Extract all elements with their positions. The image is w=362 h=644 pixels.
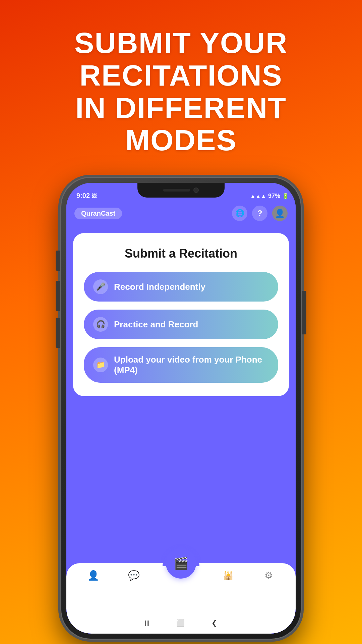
- nav-profile[interactable]: 👤: [80, 570, 107, 581]
- headline-line1: SUBMIT YOUR RECITATIONS: [20, 27, 342, 92]
- settings-icon: ⚙: [264, 570, 273, 581]
- recents-button[interactable]: |||: [145, 620, 149, 627]
- upload-file-icon: 📁: [93, 358, 108, 372]
- phone-screen: 9:02 🖼 ▲▲▲ 97% 🔋 QuranCast 🌐 ?: [66, 183, 296, 634]
- android-nav-bar: ||| ⬜ ❮: [66, 619, 296, 627]
- signal-icon: ▲▲▲: [250, 193, 266, 199]
- phone-notch: [137, 183, 225, 198]
- status-photo-icon: 🖼: [92, 193, 97, 199]
- help-icon: ?: [257, 209, 262, 218]
- nav-messages[interactable]: 💬: [120, 570, 147, 581]
- notch-camera: [193, 187, 199, 193]
- card-title: Submit a Recitation: [84, 247, 278, 261]
- globe-icon-btn[interactable]: 🌐: [232, 206, 247, 221]
- headphones-icon: 🎧: [93, 317, 108, 332]
- camera-icon: 🎬: [174, 556, 189, 571]
- record-fab-button[interactable]: 🎬: [166, 548, 196, 579]
- phone-btn-vol-down: [56, 318, 60, 348]
- notch-speaker: [163, 189, 190, 192]
- home-button[interactable]: ⬜: [176, 619, 185, 627]
- phone-btn-power: [302, 291, 306, 334]
- nav-settings[interactable]: ⚙: [255, 570, 282, 581]
- upload-video-label: Upload your video from your Phone (MP4): [114, 355, 269, 375]
- status-time: 9:02 🖼: [76, 192, 97, 200]
- profile-icon: 👤: [87, 570, 99, 581]
- phone-btn-vol-up: [56, 281, 60, 311]
- messages-icon: 💬: [128, 570, 140, 581]
- status-right: ▲▲▲ 97% 🔋: [250, 193, 289, 200]
- practice-and-record-label: Practice and Record: [114, 319, 198, 330]
- fab-container: 🎬: [166, 548, 196, 579]
- headline-line2: IN DIFFERENT MODES: [20, 92, 342, 157]
- battery-icon: 🔋: [282, 193, 289, 199]
- headline: SUBMIT YOUR RECITATIONS IN DIFFERENT MOD…: [0, 0, 362, 157]
- phone-shell: 9:02 🖼 ▲▲▲ 97% 🔋 QuranCast 🌐 ?: [60, 177, 302, 640]
- help-icon-btn[interactable]: ?: [252, 206, 267, 221]
- avatar-icon: 👤: [275, 209, 285, 218]
- battery-text: 97%: [268, 193, 280, 200]
- record-independently-label: Record Independently: [114, 282, 205, 292]
- nav-quran[interactable]: 🕌: [215, 571, 242, 580]
- app-header: QuranCast 🌐 ? 👤: [66, 202, 296, 225]
- screen-content: Submit a Recitation 🎤 Record Independent…: [66, 225, 296, 634]
- phone-btn-mute: [56, 251, 60, 271]
- globe-icon: 🌐: [235, 209, 244, 218]
- upload-video-button[interactable]: 📁 Upload your video from your Phone (MP4…: [84, 347, 278, 383]
- submit-card: Submit a Recitation 🎤 Record Independent…: [73, 233, 289, 396]
- header-icons: 🌐 ? 👤: [232, 206, 288, 221]
- phone-mockup: 9:02 🖼 ▲▲▲ 97% 🔋 QuranCast 🌐 ?: [60, 177, 302, 640]
- record-independently-button[interactable]: 🎤 Record Independently: [84, 272, 278, 302]
- brand-pill: QuranCast: [74, 208, 122, 219]
- microphone-icon: 🎤: [93, 279, 108, 294]
- bottom-area: 🎬 👤 💬 🕌: [66, 563, 296, 634]
- quran-icon: 🕌: [223, 571, 233, 580]
- back-button[interactable]: ❮: [212, 619, 217, 627]
- avatar[interactable]: 👤: [272, 206, 288, 221]
- practice-and-record-button[interactable]: 🎧 Practice and Record: [84, 310, 278, 339]
